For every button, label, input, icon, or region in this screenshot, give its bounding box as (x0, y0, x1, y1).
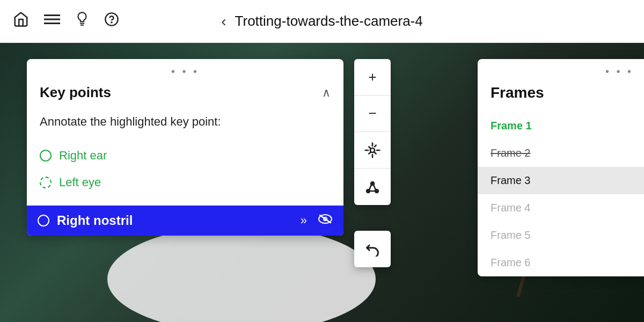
keypoint-item-left-eye[interactable]: Left eye (40, 170, 331, 195)
keypoint-label-right-ear: Right ear (59, 149, 107, 163)
selected-item-label: Right nostril (57, 213, 133, 228)
zoom-out-button[interactable]: − (354, 96, 391, 132)
keypoint-selected-bar[interactable]: Right nostril » (27, 206, 343, 236)
undo-button[interactable] (354, 231, 391, 267)
subject-object (107, 225, 376, 322)
eye-icon[interactable] (318, 213, 333, 228)
help-icon[interactable] (104, 12, 119, 31)
frame-item-5[interactable]: Frame 5 (478, 222, 644, 249)
frame-item-6[interactable]: Frame 6 (478, 249, 644, 276)
selected-radio (38, 215, 49, 226)
next-chevron-icon[interactable]: » (301, 214, 307, 228)
radio-right-ear[interactable] (40, 150, 52, 162)
keypoint-list: Right ear Left eye (27, 143, 343, 203)
frames-header: Frames (478, 80, 644, 112)
zoom-in-button[interactable]: + (354, 59, 391, 96)
back-button[interactable]: ‹ (221, 13, 226, 30)
radio-left-eye[interactable] (40, 177, 52, 188)
keypoint-label-left-eye: Left eye (59, 175, 101, 189)
home-icon[interactable] (13, 11, 29, 31)
tool-panel: + − (354, 59, 391, 205)
keypoint-item-right-ear[interactable]: Right ear (40, 143, 331, 168)
canvas-area: • • • Key points ∧ Annotate the highligh… (0, 43, 644, 322)
selected-actions: » (301, 213, 333, 228)
svg-line-9 (320, 215, 331, 223)
panel-menu-dots[interactable]: • • • (27, 59, 343, 80)
frame-item-4[interactable]: Frame 4 (478, 194, 644, 222)
menu-icon[interactable] (44, 13, 60, 30)
frame-item-2[interactable]: Frame 2 (478, 140, 644, 167)
panel-header: Key points ∧ (27, 80, 343, 109)
svg-line-14 (374, 185, 376, 190)
selected-item-left: Right nostril (38, 213, 133, 228)
frames-title: Frames (491, 84, 544, 101)
toolbar-icons (13, 11, 119, 31)
panel-instruction: Annotate the highlighted key point: (27, 109, 343, 143)
frame-list: Frame 1 Frame 2 Frame 3 Frame 4 Frame 5 … (478, 112, 644, 276)
frame-item-1[interactable]: Frame 1 (478, 112, 644, 140)
frames-menu-dots[interactable]: • • • (478, 59, 644, 80)
collapse-button[interactable]: ∧ (322, 86, 331, 100)
page-nav: ‹ Trotting-towards-the-camera-4 (221, 13, 422, 30)
top-bar: ‹ Trotting-towards-the-camera-4 (0, 0, 644, 43)
frames-panel: • • • Frames Frame 1 Frame 2 Frame 3 Fra… (478, 59, 644, 276)
graph-tool-button[interactable] (354, 169, 391, 205)
bulb-icon[interactable] (75, 11, 89, 31)
panel-title: Key points (40, 84, 111, 101)
svg-line-13 (369, 185, 371, 190)
keypoints-panel: • • • Key points ∧ Annotate the highligh… (27, 59, 343, 236)
move-tool-button[interactable] (354, 132, 391, 169)
frame-item-3[interactable]: Frame 3 (478, 167, 644, 194)
page-title: Trotting-towards-the-camera-4 (235, 13, 423, 30)
undo-panel (354, 231, 391, 267)
